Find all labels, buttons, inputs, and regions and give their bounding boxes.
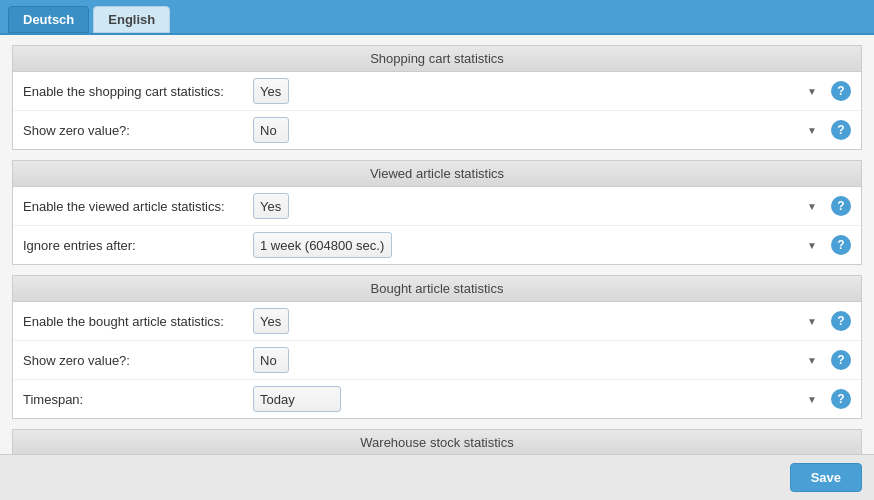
row-enable-shopping-cart: Enable the shopping cart statistics: Yes… [13,72,861,111]
select-show-zero-value-1[interactable]: No Yes [253,117,289,143]
row-show-zero-value-1: Show zero value?: No Yes ? [13,111,861,149]
select-ignore-entries[interactable]: 1 week (604800 sec.) 1 day (86400 sec.) … [253,232,392,258]
tab-english[interactable]: English [93,6,170,33]
select-wrapper-show-zero-2: No Yes [253,347,825,373]
help-show-zero-value-1[interactable]: ? [831,120,851,140]
tab-deutsch-label: Deutsch [23,12,74,27]
control-enable-shopping-cart: Yes No ? [253,78,851,104]
control-enable-bought-article: Yes No ? [253,308,851,334]
select-wrapper-timespan: Today Yesterday Last 7 days Last 30 days [253,386,825,412]
footer: Save [0,454,874,500]
row-timespan: Timespan: Today Yesterday Last 7 days La… [13,380,861,418]
section-shopping-cart: Shopping cart statistics Enable the shop… [12,45,862,150]
section-warehouse-stock-header: Warehouse stock statistics [12,429,862,454]
help-timespan[interactable]: ? [831,389,851,409]
help-show-zero-value-2[interactable]: ? [831,350,851,370]
tab-english-label: English [108,12,155,27]
help-enable-viewed-article[interactable]: ? [831,196,851,216]
help-enable-shopping-cart[interactable]: ? [831,81,851,101]
select-enable-viewed-article[interactable]: Yes No [253,193,289,219]
select-wrapper-enable-bought: Yes No [253,308,825,334]
control-show-zero-value-1: No Yes ? [253,117,851,143]
main-content: Shopping cart statistics Enable the shop… [0,35,874,454]
page-wrapper: Deutsch English Shopping cart statistics… [0,0,874,500]
select-timespan[interactable]: Today Yesterday Last 7 days Last 30 days [253,386,341,412]
control-ignore-entries: 1 week (604800 sec.) 1 day (86400 sec.) … [253,232,851,258]
section-viewed-article-header: Viewed article statistics [12,160,862,187]
select-wrapper-enable-viewed: Yes No [253,193,825,219]
control-timespan: Today Yesterday Last 7 days Last 30 days… [253,386,851,412]
section-bought-article: Bought article statistics Enable the bou… [12,275,862,419]
section-bought-article-header: Bought article statistics [12,275,862,302]
label-ignore-entries: Ignore entries after: [23,238,253,253]
tab-deutsch[interactable]: Deutsch [8,6,89,33]
section-shopping-cart-header: Shopping cart statistics [12,45,862,72]
label-timespan: Timespan: [23,392,253,407]
select-enable-shopping-cart[interactable]: Yes No [253,78,289,104]
section-bought-article-body: Enable the bought article statistics: Ye… [12,302,862,419]
row-show-zero-value-2: Show zero value?: No Yes ? [13,341,861,380]
label-enable-viewed-article: Enable the viewed article statistics: [23,199,253,214]
help-enable-bought-article[interactable]: ? [831,311,851,331]
row-enable-viewed-article: Enable the viewed article statistics: Ye… [13,187,861,226]
label-enable-shopping-cart: Enable the shopping cart statistics: [23,84,253,99]
tab-bar: Deutsch English [0,0,874,35]
label-enable-bought-article: Enable the bought article statistics: [23,314,253,329]
row-ignore-entries: Ignore entries after: 1 week (604800 sec… [13,226,861,264]
select-wrapper-enable-shopping-cart: Yes No [253,78,825,104]
save-button[interactable]: Save [790,463,862,492]
select-wrapper-ignore-entries: 1 week (604800 sec.) 1 day (86400 sec.) … [253,232,825,258]
label-show-zero-value-1: Show zero value?: [23,123,253,138]
section-viewed-article-body: Enable the viewed article statistics: Ye… [12,187,862,265]
section-shopping-cart-body: Enable the shopping cart statistics: Yes… [12,72,862,150]
select-wrapper-show-zero-1: No Yes [253,117,825,143]
select-show-zero-value-2[interactable]: No Yes [253,347,289,373]
control-enable-viewed-article: Yes No ? [253,193,851,219]
section-warehouse-stock: Warehouse stock statistics Enable wareho… [12,429,862,454]
row-enable-bought-article: Enable the bought article statistics: Ye… [13,302,861,341]
help-ignore-entries[interactable]: ? [831,235,851,255]
select-enable-bought-article[interactable]: Yes No [253,308,289,334]
section-viewed-article: Viewed article statistics Enable the vie… [12,160,862,265]
control-show-zero-value-2: No Yes ? [253,347,851,373]
label-show-zero-value-2: Show zero value?: [23,353,253,368]
